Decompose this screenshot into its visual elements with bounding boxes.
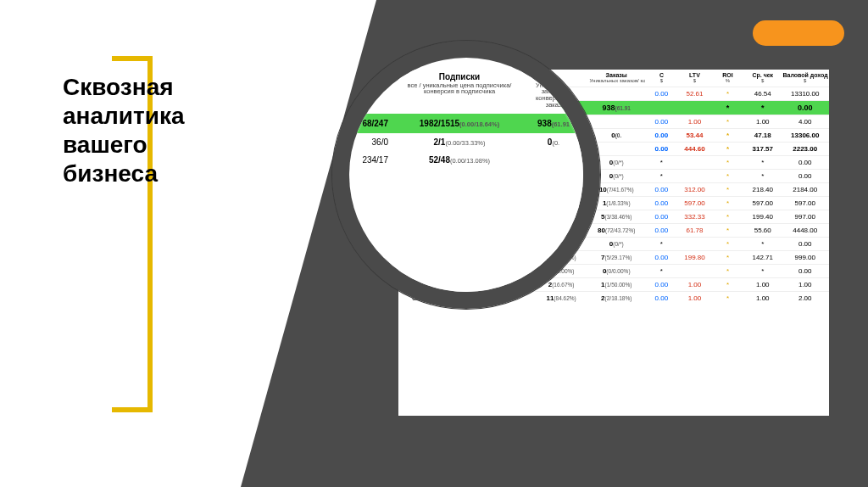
- table-row: 0/014/13(0.08/13.20%)11(84.62%)2(2/18.18…: [398, 291, 829, 305]
- table-row: 0/038/38(0.09/73.56%)24(63.16%)10(7/41.6…: [398, 182, 829, 196]
- col-rev: Валовой доход$: [781, 70, 829, 87]
- col-roi: ROI%: [711, 70, 744, 87]
- table-row: 0/01/1(0.20/11.1%)0(0.50%)0(0/*)***0.00: [398, 169, 829, 182]
- table-row: 0/035/35(0.08/12.50%)24(68.57%)7(5/29.17…: [398, 250, 829, 264]
- page-title: Сквозная аналитика вашего бизнеса: [63, 73, 185, 189]
- data-table: Кликивсе / уникальные Подпискивсе / уник…: [398, 70, 829, 305]
- table-row: 0/0372/352(0.60/92.93%)183(51.99%)80(72/…: [398, 223, 829, 237]
- table-header-row: Кликивсе / уникальные Подпискивсе / уник…: [398, 70, 829, 87]
- col-chk: Ср. чек$: [744, 70, 781, 87]
- analytics-table: Кликивсе / уникальные Подпискивсе / уник…: [398, 70, 829, 416]
- table-row: 0/00(0.00%)0(0/*)***0.00: [398, 155, 829, 169]
- table-row: 234/1752/48(0.00/13.08%)0.00444.60*317.5…: [398, 142, 829, 155]
- table-row: 0.001.00*1.004.00: [398, 115, 829, 128]
- col-clicks: Кликивсе / уникальные: [398, 70, 435, 87]
- table-row: 68/2471982/1515(0.00/18.64%)938(61.91**0…: [398, 100, 829, 115]
- diagonal-wedge: [241, 0, 376, 487]
- col-subs: Подпискивсе / уникальные цена подписчика…: [435, 70, 534, 87]
- table-row: 0/010/10(1.08/3.70%)1(10.00%)0(0/0.00%)*…: [398, 264, 829, 277]
- col-c: C$: [645, 70, 678, 87]
- table-row: 0/012/12(1.08/4.80%)2(16.67%)1(1/50.00%)…: [398, 277, 829, 291]
- orange-pill: [753, 20, 844, 46]
- col-ltv: LTV$: [678, 70, 711, 87]
- table-row: 0/04/4(0.00/6.90%)0(0.00%)0(0/*)***0.00: [398, 237, 829, 250]
- table-row: 0/053/51(0.09/50.00%)12(23.53%)1(1/8.33%…: [398, 196, 829, 210]
- table-row: 36/02/1(0.00/33.33%)0(0.0.0053.44*47.181…: [398, 128, 829, 142]
- table-row: 0.0052.61*46.5413310.00: [398, 87, 829, 100]
- table-row: 0/0174/158(0.60/58.30%)13(8.23%)5(3/38.4…: [398, 210, 829, 223]
- col-orders: ЗаказыУникальных заказов/ конверсия в за…: [588, 70, 645, 87]
